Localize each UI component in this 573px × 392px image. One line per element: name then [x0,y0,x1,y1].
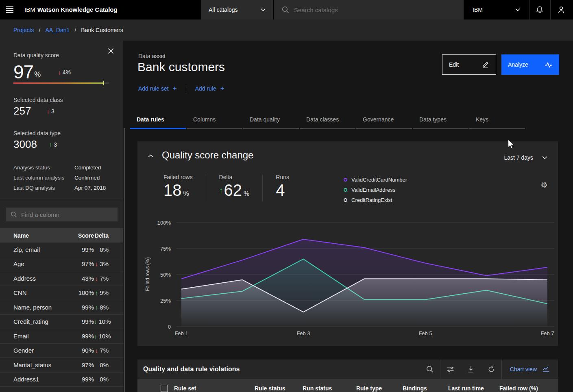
tab-data-classes[interactable]: Data classes [300,114,355,129]
column-score: 99% [70,246,94,253]
breadcrumb-link-projects[interactable]: Projects [13,27,34,33]
table-row[interactable]: CNN100%↑9% [0,286,123,301]
tab-data-quality[interactable]: Data quality [243,114,299,129]
catalog-selector[interactable]: All catalogs [201,0,273,19]
table-row[interactable]: Address199%0% [0,373,123,387]
breadcrumb-link-project[interactable]: AA_Dan1 [45,27,70,33]
tab-governance[interactable]: Governance [356,114,412,129]
search-input[interactable] [294,6,449,13]
column-delta: ↑9% [94,289,123,296]
gear-icon[interactable]: ⚙ [539,180,549,190]
column-header-delta[interactable]: Delta [94,232,123,239]
score-unit: % [34,70,41,79]
status-value: Apr 07, 2018 [74,185,106,191]
tab-label: Governance [363,116,394,123]
line-chart-icon [542,366,550,373]
svg-text:Feb 7: Feb 7 [540,330,554,336]
column-delta: ↑8% [94,304,123,311]
trend-down-icon: ↓ [95,260,98,267]
table-row[interactable]: Credit_rating99%↓10% [0,315,123,329]
column-score: 99% [70,333,94,340]
legend-item[interactable]: ValidEmailAddress [344,185,407,195]
stat-label: Delta [219,174,250,180]
tab-columns[interactable]: Columns [187,114,242,129]
data-type-delta: ↑3 [49,141,57,148]
table-row[interactable]: Zip, email99%0% [0,243,123,257]
restart-button[interactable] [481,360,501,379]
column-header-bindings[interactable]: Bindings [403,385,448,392]
table-row[interactable]: ↑ [0,387,123,392]
tab-underline [413,128,468,129]
trend-up-icon: ↑ [49,141,52,148]
breadcrumb: Projects / AA_Dan1 / Bank Customers [0,19,573,41]
column-header-rule-status[interactable]: Rule status [255,385,303,392]
menu-icon[interactable] [6,5,25,14]
trend-up-icon: ↑ [95,289,98,296]
profile-button[interactable] [551,0,572,19]
status-row: Last column analysisConfirmed [13,173,111,183]
catalog-selector-label: All catalogs [209,6,238,13]
tab-underline [300,128,355,129]
legend-item[interactable]: ValidCreditCardNumber [344,175,407,185]
stat-unit: % [244,190,249,197]
column-header-score[interactable]: Score [70,232,94,239]
breadcrumb-separator: / [39,27,41,33]
column-header-last-run-time[interactable]: Last run time [448,385,499,392]
tab-label: Data rules [137,116,164,123]
table-row[interactable]: Name, person99%↑8% [0,300,123,315]
column-score: 99% [70,304,94,311]
column-header-name[interactable]: Name [0,232,70,239]
legend-item[interactable]: CreditRatingExist [344,195,407,205]
close-icon[interactable] [108,48,116,56]
tab-underline [356,128,412,129]
search-icon [11,211,17,218]
user-avatar-icon [557,6,565,14]
tab-keys[interactable]: Keys [469,114,525,129]
tab-underline [130,128,186,129]
trend-up-icon: ↑ [95,304,98,311]
sidebar-divider [0,199,123,199]
breadcrumb-separator: / [74,27,76,33]
page-title: Bank customers [137,60,225,74]
notifications-button[interactable] [529,0,550,19]
add-rule-set-link[interactable]: Add rule set+ [138,84,177,93]
table-row[interactable]: Marital_status97%0% [0,358,123,373]
table-search-button[interactable] [420,360,440,379]
data-type-label: Selected data type [13,130,61,136]
table-row[interactable]: Gender90%↓7% [0,344,123,358]
column-name: Address1 [0,376,70,383]
column-name: CNN [0,289,70,296]
data-quality-sidebar: Data quality score 97 % ↓4% Selected dat… [0,41,123,392]
trend-down-icon: ↓ [46,108,50,115]
column-score: 99% [70,318,94,325]
svg-text:Feb 3: Feb 3 [296,330,310,336]
column-name: Credit_rating [0,318,70,325]
select-all-checkbox[interactable] [161,385,168,392]
quality-score-card: Quality score change Last 7 days Failed … [137,141,558,346]
column-header-rule-set[interactable]: Rule set [174,385,255,392]
plus-icon: + [220,84,224,93]
date-range-selector[interactable]: Last 7 days [504,154,547,161]
download-button[interactable] [461,360,481,379]
svg-text:0: 0 [168,324,171,330]
breadcrumb-current: Bank Customers [81,27,123,33]
table-row[interactable]: Age97%↓3% [0,257,123,272]
data-class-label: Selected data class [13,97,63,103]
filter-button[interactable] [440,360,461,379]
table-row[interactable]: Email99%↓10% [0,329,123,344]
column-header-rule-type[interactable]: Rule type [356,385,403,392]
column-header-failed-row-[interactable]: Failed row (%) [499,385,558,392]
add-rule-link[interactable]: Add rule+ [195,84,224,93]
sidebar-scrollbar[interactable] [124,128,125,392]
analyze-button[interactable]: Analyze [501,54,559,75]
tab-data-types[interactable]: Data types [413,114,468,129]
account-selector[interactable]: IBM [464,0,529,19]
find-column-input[interactable] [21,211,111,218]
collapse-chevron-up-icon[interactable] [148,154,153,158]
edit-button[interactable]: Edit [442,54,496,75]
tab-data-rules[interactable]: Data rules [130,114,186,129]
chart-view-button[interactable]: Chart view [502,366,558,373]
table-row[interactable]: Address43%↓7% [0,271,123,286]
svg-text:75%: 75% [160,246,171,252]
column-header-run-status[interactable]: Run status [303,385,356,392]
